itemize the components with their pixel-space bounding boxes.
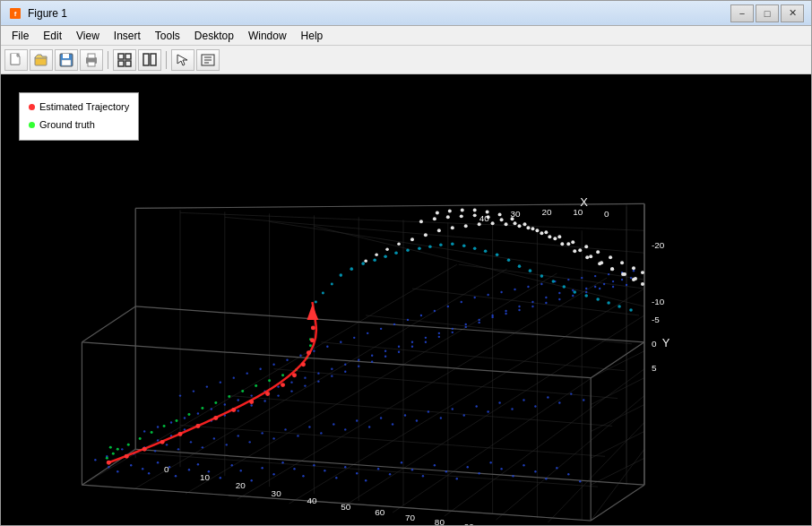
svg-point-260 <box>398 351 400 353</box>
svg-point-147 <box>344 428 346 430</box>
svg-text:80: 80 <box>435 517 445 525</box>
svg-point-230 <box>487 294 488 296</box>
svg-point-324 <box>596 297 600 301</box>
svg-point-94 <box>240 470 242 471</box>
svg-point-236 <box>567 279 569 280</box>
svg-point-358 <box>473 213 477 217</box>
svg-point-217 <box>313 350 315 352</box>
menu-file[interactable]: File <box>4 28 36 44</box>
zoom-button[interactable] <box>113 49 136 71</box>
svg-point-220 <box>353 337 355 339</box>
menu-help[interactable]: Help <box>294 28 331 44</box>
new-file-button[interactable] <box>4 49 28 71</box>
svg-point-222 <box>380 328 382 330</box>
save-button[interactable] <box>55 49 78 71</box>
svg-point-238 <box>594 275 596 277</box>
menu-insert[interactable]: Insert <box>107 28 148 44</box>
svg-point-288 <box>241 390 244 392</box>
svg-point-385 <box>585 255 589 259</box>
svg-point-85 <box>148 472 150 474</box>
svg-point-190 <box>438 332 440 334</box>
svg-point-271 <box>545 302 547 304</box>
svg-text:90: 90 <box>464 522 475 525</box>
main-window: f Figure 1 − □ ✕ File Edit View Insert T… <box>0 0 812 526</box>
svg-point-355 <box>433 217 436 220</box>
svg-point-89 <box>188 469 190 470</box>
svg-text:30: 30 <box>272 488 282 498</box>
svg-text:20: 20 <box>541 207 552 217</box>
svg-point-362 <box>526 226 530 229</box>
svg-point-197 <box>531 301 533 303</box>
menu-view[interactable]: View <box>69 28 107 44</box>
svg-point-269 <box>518 309 520 311</box>
svg-point-397 <box>231 408 236 412</box>
svg-point-395 <box>195 424 200 428</box>
svg-point-182 <box>331 367 333 369</box>
svg-point-121 <box>534 470 536 472</box>
svg-point-145 <box>320 432 322 434</box>
svg-point-285 <box>201 407 203 410</box>
svg-text:10: 10 <box>573 207 583 217</box>
svg-point-215 <box>286 359 288 361</box>
svg-text:5: 5 <box>652 363 657 373</box>
svg-text:10: 10 <box>200 472 211 482</box>
svg-point-319 <box>540 274 544 278</box>
svg-point-126 <box>94 459 96 461</box>
svg-text:Y: Y <box>662 336 670 349</box>
svg-point-227 <box>447 306 449 307</box>
print-button[interactable] <box>80 49 103 71</box>
cursor-button[interactable] <box>171 49 194 71</box>
svg-point-346 <box>609 255 612 259</box>
svg-point-179 <box>290 381 292 383</box>
svg-point-320 <box>552 280 556 283</box>
ground-truth-label: Ground truth <box>39 116 95 134</box>
svg-point-93 <box>231 464 233 466</box>
svg-point-82 <box>117 470 118 472</box>
open-button[interactable] <box>30 49 53 71</box>
svg-point-266 <box>478 322 479 323</box>
legend-estimated-trajectory: Estimated Trajectory <box>29 99 129 116</box>
svg-point-122 <box>545 478 547 479</box>
svg-point-150 <box>380 417 382 418</box>
svg-point-186 <box>384 350 386 352</box>
svg-point-173 <box>211 408 212 410</box>
svg-point-101 <box>313 464 315 466</box>
maximize-button[interactable]: □ <box>756 4 779 22</box>
svg-point-353 <box>364 259 367 263</box>
menu-window[interactable]: Window <box>241 28 294 44</box>
svg-point-405 <box>311 325 315 330</box>
svg-point-195 <box>505 310 506 312</box>
pan-button[interactable] <box>138 49 161 71</box>
svg-point-168 <box>143 430 145 432</box>
svg-point-339 <box>518 224 522 228</box>
svg-point-163 <box>534 405 536 407</box>
svg-point-106 <box>365 479 367 481</box>
svg-rect-15 <box>143 54 149 65</box>
minimize-button[interactable]: − <box>730 4 754 22</box>
svg-point-219 <box>340 341 341 343</box>
svg-point-290 <box>268 379 271 382</box>
svg-point-142 <box>284 428 286 430</box>
svg-point-170 <box>170 421 172 423</box>
svg-point-84 <box>142 468 143 470</box>
close-button[interactable]: ✕ <box>781 4 804 22</box>
svg-point-131 <box>154 450 156 452</box>
menu-desktop[interactable]: Desktop <box>187 28 241 44</box>
svg-rect-10 <box>88 62 95 66</box>
svg-point-234 <box>540 283 542 285</box>
svg-point-128 <box>121 448 123 450</box>
menu-edit[interactable]: Edit <box>36 28 69 44</box>
svg-point-259 <box>384 356 386 358</box>
menu-tools[interactable]: Tools <box>148 28 187 44</box>
svg-point-172 <box>197 412 199 414</box>
svg-point-95 <box>250 479 252 481</box>
svg-point-258 <box>371 361 373 363</box>
plot-area[interactable]: X Y Z 40 30 20 10 0 -10 -5 0 5 -20 50 60… <box>1 74 811 525</box>
svg-point-386 <box>598 262 601 265</box>
svg-point-148 <box>356 419 358 421</box>
svg-point-255 <box>331 375 333 376</box>
svg-point-351 <box>385 247 389 251</box>
svg-point-287 <box>228 395 230 398</box>
insert-text-button[interactable] <box>196 49 220 71</box>
svg-point-211 <box>233 376 235 378</box>
